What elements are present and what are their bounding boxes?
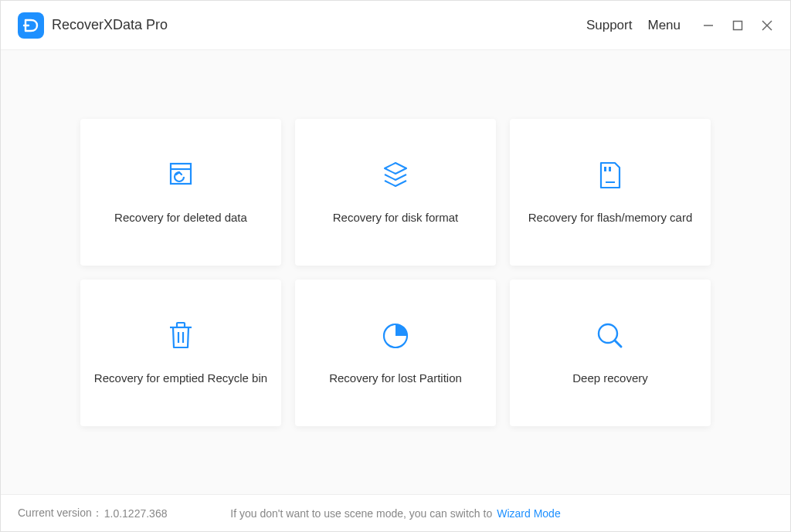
recovery-options-grid: Recovery for deleted data Recovery for d… (80, 119, 711, 426)
logo-d-icon (22, 16, 40, 35)
titlebar-right: Support Menu (585, 15, 775, 36)
support-button[interactable]: Support (585, 15, 634, 36)
minimize-button[interactable] (701, 18, 716, 33)
svg-rect-6 (604, 167, 606, 171)
app-logo (18, 12, 44, 39)
card-flash-memory[interactable]: Recovery for flash/memory card (510, 119, 711, 266)
restore-file-icon (165, 160, 196, 191)
svg-rect-7 (609, 167, 611, 171)
wizard-mode-link[interactable]: Wizard Mode (497, 507, 560, 520)
titlebar: RecoverXData Pro Support Menu (1, 1, 790, 50)
card-deep-recovery[interactable]: Deep recovery (510, 280, 711, 426)
search-icon (595, 320, 626, 351)
svg-rect-1 (734, 21, 742, 29)
close-button[interactable] (759, 18, 775, 33)
card-label: Deep recovery (572, 371, 648, 385)
pie-icon (380, 320, 411, 351)
card-recycle-bin[interactable]: Recovery for emptied Recycle bin (80, 280, 281, 426)
sd-card-icon (595, 160, 626, 191)
trash-icon (165, 320, 196, 351)
maximize-button[interactable] (730, 18, 745, 33)
card-disk-format[interactable]: Recovery for disk format (295, 119, 496, 266)
footer: Current version： 1.0.1227.368 If you don… (1, 494, 790, 531)
svg-marker-5 (385, 163, 406, 174)
card-label: Recovery for flash/memory card (528, 211, 693, 224)
main-area: Recovery for deleted data Recovery for d… (1, 50, 790, 494)
footer-center: If you don't want to use scene mode, you… (230, 507, 560, 520)
card-label: Recovery for emptied Recycle bin (94, 371, 267, 385)
footer-hint: If you don't want to use scene mode, you… (230, 507, 492, 520)
minimize-icon (702, 19, 715, 32)
card-label: Recovery for deleted data (114, 211, 247, 224)
maximize-icon (732, 20, 743, 31)
version-label: Current version： (18, 507, 103, 520)
layers-icon (380, 160, 411, 191)
card-deleted-data[interactable]: Recovery for deleted data (80, 119, 281, 266)
svg-line-15 (615, 341, 621, 347)
titlebar-left: RecoverXData Pro (18, 12, 168, 39)
app-title: RecoverXData Pro (52, 17, 168, 33)
card-label: Recovery for lost Partition (329, 371, 462, 385)
close-icon (761, 19, 773, 32)
card-label: Recovery for disk format (333, 211, 459, 224)
window-controls (701, 18, 775, 33)
card-lost-partition[interactable]: Recovery for lost Partition (295, 280, 496, 426)
menu-button[interactable]: Menu (646, 15, 682, 36)
version-value: 1.0.1227.368 (104, 507, 168, 520)
svg-rect-10 (177, 323, 185, 327)
